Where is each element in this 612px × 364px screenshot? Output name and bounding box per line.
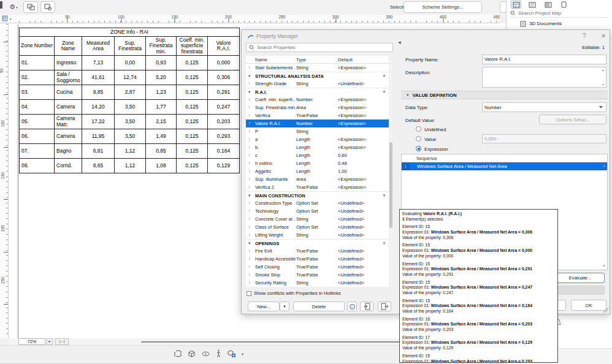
panel-collapse-arrow[interactable]: ◀ <box>398 40 401 44</box>
drag-handle-icon[interactable]: ↕ <box>248 113 251 117</box>
fit-in-window-button[interactable]: |↔| <box>55 338 69 345</box>
cube-add-icon[interactable] <box>227 349 236 358</box>
property-name-field[interactable]: Valore R.A.I. <box>482 55 606 64</box>
cube-icon[interactable] <box>188 350 196 358</box>
drag-handle-icon[interactable]: ↕ <box>248 176 251 181</box>
property-row[interactable]: ↕Coeff. min. superfi...Number<Expression… <box>246 96 389 104</box>
property-row[interactable]: ↕Handicap AccessibleTrue/False<Undefined… <box>246 255 389 263</box>
property-row[interactable]: ↕AggettoLength1,00 <box>246 167 389 175</box>
tab-project-map[interactable] <box>511 1 521 9</box>
drag-handle-icon[interactable]: ↕ <box>248 248 251 252</box>
drag-handle-icon[interactable]: ↕ <box>248 232 251 237</box>
drag-handle-icon[interactable]: ↕ <box>248 145 251 149</box>
property-row[interactable]: ↕Lifting WeightString<Undefined> <box>246 231 389 239</box>
drag-handle-icon[interactable]: ↕ <box>248 129 251 133</box>
property-row[interactable]: ↕cLength0,60 <box>246 151 389 159</box>
property-row[interactable]: ↕VerificaTrue/False<Expression> <box>246 112 389 119</box>
property-row[interactable]: ↕Smoke StopTrue/False<Undefined> <box>246 271 389 279</box>
tab-layout-book[interactable] <box>543 1 553 9</box>
property-group-row[interactable]: ▼R.A.I.+ <box>246 88 389 96</box>
property-row[interactable]: ↕Class of SurfaceOption Set<Undefined> <box>246 223 389 231</box>
box-outline-icon[interactable] <box>174 350 182 358</box>
add-property-icon[interactable]: + <box>383 192 386 199</box>
description-field[interactable]: ▲ ▼ <box>482 67 606 88</box>
drag-handle-icon[interactable]: ↕ <box>248 264 251 268</box>
tab-publisher[interactable] <box>559 1 569 9</box>
radio-value[interactable] <box>416 136 421 142</box>
zoom-menu-button[interactable]: ▸ <box>47 338 53 345</box>
options-setup-button[interactable]: Options Setup... <box>539 115 606 124</box>
property-group-row[interactable]: ▼STRUCTURAL ANALYSIS DATA+ <box>246 72 389 80</box>
info-button[interactable]: i <box>347 301 357 311</box>
new-dropdown-button[interactable]: ▼ <box>280 301 289 311</box>
settings-gear-button[interactable]: ⚙ ▾ <box>6 1 21 13</box>
property-row[interactable]: ↕Fire ExitTrue/False<Undefined> <box>246 247 389 255</box>
value-definition-header[interactable]: ▼ VALUE DEFINITION <box>401 91 608 99</box>
drag-handle-icon[interactable]: ↕ <box>248 272 251 276</box>
drag-handle-icon[interactable]: ↕ <box>248 137 251 141</box>
add-property-icon[interactable]: + <box>383 73 386 79</box>
property-group-row[interactable]: ▼MAIN CONSTRUCTION+ <box>246 191 389 199</box>
drag-handle-icon[interactable]: ↕ <box>248 65 251 69</box>
scheme-settings-button[interactable]: Scheme Settings... <box>404 1 482 13</box>
property-row[interactable]: ↕Stair Subelements ...String<Expression> <box>246 64 389 72</box>
property-row[interactable]: ↕PString <box>246 127 389 135</box>
drag-handle-icon[interactable]: ↕ <box>248 169 251 173</box>
expression-row[interactable]: ↕ Windows Surface Area / Measured Net Ar… <box>402 162 607 170</box>
nav-item-3d-documents[interactable]: 3D Documents <box>507 19 612 28</box>
drag-handle-icon[interactable]: ↕ <box>248 97 251 101</box>
drag-handle-icon[interactable]: ↕ <box>248 184 251 189</box>
zoom-level-box[interactable]: 72% <box>18 338 45 345</box>
import-button[interactable] <box>360 301 373 311</box>
add-property-icon[interactable]: + <box>383 240 386 246</box>
property-row[interactable]: ↕Verifica 2True/False<Expression> <box>246 183 389 191</box>
drag-handle-icon[interactable]: ↕ <box>248 216 251 221</box>
ok-button[interactable]: OK <box>571 300 606 311</box>
property-group-row[interactable]: ▼OPENINGS+ <box>246 239 389 247</box>
property-row[interactable]: ↕Sup. Finestrata min.Area<Expression> <box>246 104 389 112</box>
project-map-search-input[interactable] <box>518 10 592 16</box>
drag-handle-icon[interactable]: ↕ <box>248 81 251 85</box>
drag-handle-icon[interactable]: ↕ <box>248 224 251 229</box>
evaluate-button[interactable]: Evaluate... <box>556 273 605 283</box>
drag-handle-icon[interactable]: ↕ <box>248 161 251 165</box>
show-conflicts-checkbox[interactable] <box>247 291 251 296</box>
drag-handle-icon[interactable]: ↕ <box>248 105 251 109</box>
drag-handle-icon[interactable]: ↕ <box>248 256 251 260</box>
property-row[interactable]: ↕bLength<Expression> <box>246 143 389 151</box>
help-button[interactable]: ? <box>583 32 586 39</box>
scroll-up-icon[interactable]: ▲ <box>602 164 606 167</box>
scroll-up-icon[interactable]: ▲ <box>602 68 605 72</box>
drag-handle-icon[interactable]: ↕ <box>248 153 251 157</box>
property-list-scrollbar[interactable] <box>389 64 392 287</box>
resize-grip[interactable] <box>603 308 608 313</box>
eye-icon[interactable] <box>201 350 210 358</box>
scroll-down-icon[interactable]: ▼ <box>602 264 606 268</box>
property-row[interactable]: ↕Sup. illuminanteArea<Expression> <box>246 175 389 183</box>
ruler-options-button[interactable]: ▾ <box>0 15 17 23</box>
property-search[interactable] <box>246 43 393 52</box>
property-row[interactable]: ↕Valore R.A.I.Number<Expression> <box>246 119 389 127</box>
add-property-icon[interactable]: + <box>383 89 386 95</box>
project-map-search[interactable] <box>510 9 608 18</box>
property-row[interactable]: ↕Security RatingString<Undefined> <box>246 279 389 287</box>
tab-view-map[interactable] <box>527 1 537 9</box>
property-row[interactable]: ↕Concrete Cover at ...String<Undefined> <box>246 215 389 223</box>
property-row[interactable]: ↕Self ClosingTrue/False<Undefined> <box>246 263 389 271</box>
radio-expression[interactable] <box>416 146 421 151</box>
radio-undefined[interactable] <box>416 126 421 132</box>
scroll-down-icon[interactable]: ▼ <box>602 83 605 86</box>
default-value-field[interactable]: 0,000 <box>482 134 606 143</box>
walking-person-icon[interactable] <box>216 349 221 358</box>
show-conflicts-row[interactable]: Show conflicts with Properties in Hotlin… <box>247 290 341 296</box>
drag-handle-icon[interactable]: ↕ <box>248 200 251 205</box>
export-button[interactable] <box>378 301 391 311</box>
data-type-dropdown[interactable]: Number <box>482 102 606 112</box>
caret-down-icon[interactable]: ▾ <box>242 352 243 356</box>
close-icon[interactable]: ✕ <box>601 32 606 39</box>
property-row[interactable]: ↕Strength GradeString<Undefined> <box>246 80 389 88</box>
drag-handle-icon[interactable]: ↕ <box>402 162 410 170</box>
property-row[interactable]: ↕Construction TypeOption Set<Undefined> <box>246 199 389 207</box>
new-button[interactable]: New... <box>248 301 280 311</box>
scrollbar-thumb[interactable] <box>389 142 392 228</box>
